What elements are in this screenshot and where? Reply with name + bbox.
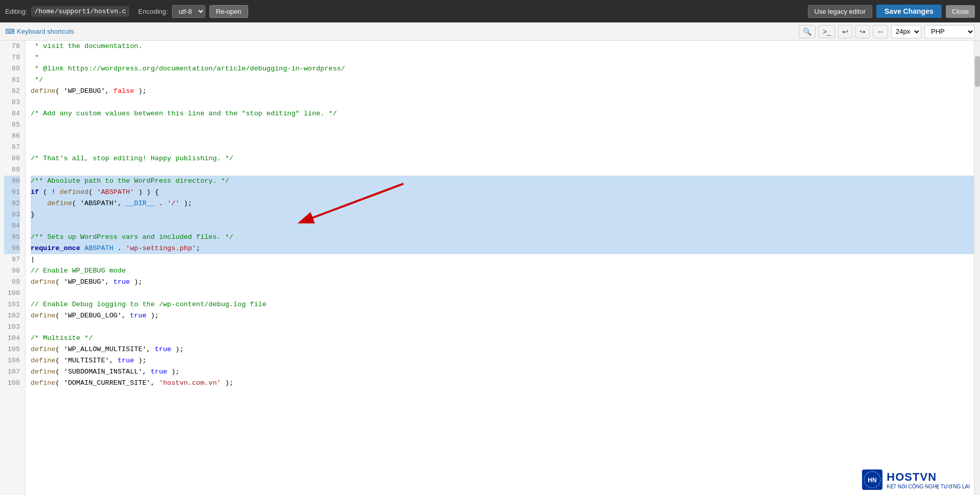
line-number: 93 <box>4 209 20 220</box>
line-content: /* Multisite */ <box>31 333 93 344</box>
code-line: define( 'SUBDOMAIN_INSTALL', true ); <box>31 366 974 378</box>
line-content: * <box>31 52 39 63</box>
redo-button[interactable]: ↪ <box>855 25 870 38</box>
terminal-button[interactable]: >_ <box>819 25 835 38</box>
code-line: /** Absolute path to the WordPress direc… <box>31 176 974 187</box>
code-line: if ( ! defined( 'ABSPATH' ) ) { <box>31 187 974 198</box>
search-button[interactable]: 🔍 <box>799 25 816 38</box>
line-content: */ <box>31 75 43 86</box>
code-line: * <box>31 52 974 63</box>
code-line: define( 'MULTISITE', true ); <box>31 355 974 366</box>
code-line: // Enable WP_DEBUG mode <box>31 265 974 277</box>
line-number: 78 <box>4 41 20 52</box>
line-number: 85 <box>4 119 20 131</box>
line-content: require_once ABSPATH . 'wp-settings.php'… <box>31 243 200 254</box>
code-line: * visit the documentation. <box>31 41 974 52</box>
line-number: 99 <box>4 277 20 288</box>
code-line: /* That's all, stop editing! Happy publi… <box>31 153 974 164</box>
line-number: 106 <box>4 355 20 366</box>
scrollbar-thumb[interactable] <box>975 56 980 87</box>
line-number: 87 <box>4 142 20 153</box>
secondary-toolbar: ⌨ Keyboard shortcuts 🔍 >_ ↩ ↪ ↔ 24px 12p… <box>0 22 980 41</box>
code-line: * @link https://wordpress.org/documentat… <box>31 63 974 75</box>
file-path: /home/support1/hostvn.c <box>31 6 129 17</box>
line-number: 89 <box>4 164 20 176</box>
language-select[interactable]: PHP JavaScript CSS HTML <box>924 25 975 38</box>
reopen-button[interactable]: Re-open <box>209 5 248 18</box>
code-line: // Enable Debug logging to the /wp-conte… <box>31 299 974 310</box>
line-number: 79 <box>4 52 20 63</box>
hostvn-text: HOSTVN KẾT NỐI CÔNG NGHỆ TƯƠNG LAI <box>887 471 970 489</box>
line-number: 84 <box>4 108 20 119</box>
code-line <box>31 321 974 333</box>
line-content: define( 'WP_DEBUG', false ); <box>31 86 147 97</box>
hostvn-logo: HN HOSTVN KẾT NỐI CÔNG NGHỆ TƯƠNG LAI <box>862 469 970 490</box>
save-changes-button[interactable]: Save Changes <box>876 5 942 18</box>
code-line: define( 'ABSPATH', __DIR__ . '/' ); <box>31 198 974 209</box>
legacy-editor-button[interactable]: Use legacy editor <box>808 5 872 18</box>
line-number: 80 <box>4 63 20 75</box>
line-content: define( 'WP_ALLOW_MULTISITE', true ); <box>31 344 184 355</box>
line-number: 102 <box>4 310 20 321</box>
editing-label: Editing: <box>5 8 27 15</box>
line-content: // Enable WP_DEBUG mode <box>31 265 126 277</box>
code-line <box>31 288 974 299</box>
line-content: /* Add any custom values between this li… <box>31 108 337 119</box>
line-number: 88 <box>4 153 20 164</box>
line-content: define( 'WP_DEBUG', true ); <box>31 277 142 288</box>
line-number: 103 <box>4 321 20 333</box>
line-number: 90 <box>4 176 20 187</box>
code-line: } <box>31 209 974 220</box>
code-line: define( 'WP_DEBUG_LOG', true ); <box>31 310 974 321</box>
font-size-select[interactable]: 24px 12px 14px 16px 18px 20px <box>891 25 921 38</box>
code-line: define( 'WP_DEBUG', true ); <box>31 277 974 288</box>
close-button[interactable]: Close <box>946 5 975 18</box>
line-number: 95 <box>4 232 20 243</box>
line-number: 82 <box>4 86 20 97</box>
code-line: define( 'WP_ALLOW_MULTISITE', true ); <box>31 344 974 355</box>
line-content: // Enable Debug logging to the /wp-conte… <box>31 299 267 310</box>
encoding-select[interactable]: utf-8 <box>172 5 205 18</box>
top-toolbar: Editing: /home/support1/hostvn.c Encodin… <box>0 0 980 22</box>
code-line: /** Sets up WordPress vars and included … <box>31 232 974 243</box>
code-line <box>31 142 974 153</box>
code-content: * visit the documentation. * * @link htt… <box>26 41 974 389</box>
line-content: } <box>31 209 35 220</box>
encoding-label: Encoding: <box>138 8 168 15</box>
line-number: 101 <box>4 299 20 310</box>
code-line: */ <box>31 75 974 86</box>
code-line: /* Multisite */ <box>31 333 974 344</box>
line-number: 105 <box>4 344 20 355</box>
code-line: require_once ABSPATH . 'wp-settings.php'… <box>31 243 974 254</box>
line-content: /** Absolute path to the WordPress direc… <box>31 176 229 187</box>
line-number: 96 <box>4 243 20 254</box>
line-number: 100 <box>4 288 20 299</box>
code-line: define( 'WP_DEBUG', false ); <box>31 86 974 97</box>
line-number: 86 <box>4 131 20 142</box>
line-number: 83 <box>4 97 20 108</box>
line-content: define( 'SUBDOMAIN_INSTALL', true ); <box>31 366 180 378</box>
line-content: /* That's all, stop editing! Happy publi… <box>31 153 233 164</box>
code-line <box>31 131 974 142</box>
code-line <box>31 119 974 131</box>
scrollbar[interactable] <box>974 41 980 495</box>
line-content: /** Sets up WordPress vars and included … <box>31 232 233 243</box>
editor-container: 7879808182838485868788899091929394959697… <box>0 41 980 495</box>
wrap-button[interactable]: ↔ <box>873 25 888 38</box>
line-content: define( 'ABSPATH', __DIR__ . '/' ); <box>31 198 192 209</box>
line-content: * @link https://wordpress.org/documentat… <box>31 63 345 75</box>
hostvn-icon: HN <box>862 469 882 490</box>
code-area[interactable]: * visit the documentation. * * @link htt… <box>26 41 974 495</box>
undo-button[interactable]: ↩ <box>838 25 852 38</box>
keyboard-shortcuts-link[interactable]: ⌨ Keyboard shortcuts <box>5 28 74 35</box>
svg-text:HN: HN <box>868 477 877 484</box>
line-number: 107 <box>4 366 20 378</box>
line-content: define( 'WP_DEBUG_LOG', true ); <box>31 310 159 321</box>
line-number: 92 <box>4 198 20 209</box>
line-number: 81 <box>4 75 20 86</box>
line-number: 94 <box>4 220 20 232</box>
line-number: 91 <box>4 187 20 198</box>
line-numbers: 7879808182838485868788899091929394959697… <box>0 41 26 495</box>
hostvn-name: HOSTVN <box>887 471 937 484</box>
line-content: | <box>31 254 35 265</box>
